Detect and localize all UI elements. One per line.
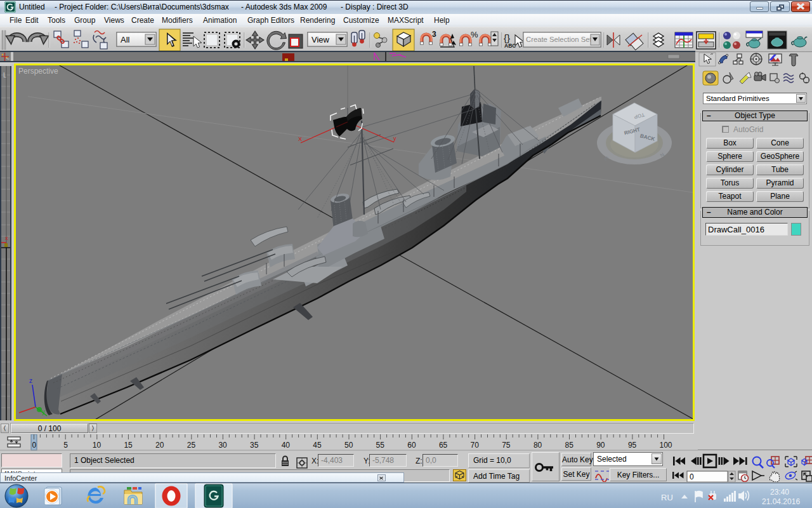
svg-text:90: 90 [596,441,605,450]
svg-text:80: 80 [534,441,542,450]
svg-text:15: 15 [124,441,133,450]
svg-text:45: 45 [313,441,322,450]
svg-text:55: 55 [376,441,385,450]
svg-text:Create Selection Set: Create Selection Set [526,36,592,43]
svg-text:All: All [121,35,130,44]
svg-text:0: 0 [690,472,694,481]
svg-text:85: 85 [565,441,574,450]
svg-text:20: 20 [155,441,164,450]
svg-text:%: % [471,30,478,39]
svg-text:{}: {} [504,32,510,43]
svg-text:y: y [42,408,45,415]
svg-text:RU: RU [661,493,673,502]
svg-text:z: z [29,377,32,384]
svg-text:ABC: ABC [504,43,516,49]
svg-text:100: 100 [660,441,672,450]
svg-text:5: 5 [63,441,68,450]
svg-text:21.04.2016: 21.04.2016 [762,497,800,506]
svg-text:E: E [603,156,610,162]
svg-text:60: 60 [407,441,416,450]
svg-text:23:40: 23:40 [770,488,789,497]
svg-text:10: 10 [93,441,102,450]
svg-text:View: View [311,35,330,44]
svg-text:70: 70 [471,441,480,450]
svg-text:75: 75 [502,441,511,450]
svg-text:40: 40 [282,441,291,450]
svg-text:35: 35 [250,441,259,450]
svg-text:0: 0 [32,441,37,450]
svg-text:65: 65 [439,441,448,450]
svg-text:3: 3 [432,30,436,39]
svg-text:25: 25 [187,441,196,450]
svg-text:30: 30 [218,441,227,450]
svg-text:50: 50 [344,441,353,450]
svg-text:95: 95 [628,441,637,450]
svg-text:y: y [393,135,396,142]
svg-text:X: X [298,136,302,142]
svg-text:x: x [5,235,8,241]
